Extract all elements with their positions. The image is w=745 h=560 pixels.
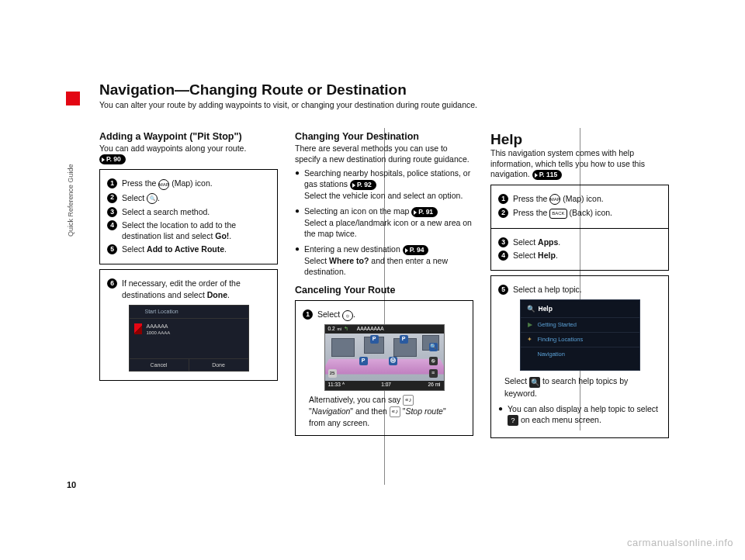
screenshot-waypoint-list: Start Location AAAAAA1000 AAAA Cancel Do… [129, 305, 249, 372]
page-reference: P. 90 [99, 154, 126, 164]
bullet-text: Searching nearby hospitals, police stati… [304, 168, 473, 201]
heading-destination: Changing Your Destination [295, 131, 473, 142]
cancel-button: Cancel [130, 359, 189, 371]
step-text: Press the MAP (Map) icon. [513, 193, 604, 205]
voice-icon: «♪ [390, 406, 400, 417]
step-number: 3 [498, 237, 508, 247]
screenshot-map: 0.2mi ↰ AAAAAAAA P P 🔍 P Ⓜ [324, 324, 445, 391]
voice-instruction: Alternatively, you can say «♪ "Navigatio… [303, 394, 466, 429]
page-content: Navigation—Changing Route or Destination… [99, 81, 674, 469]
step-text: Press the MAP (Map) icon. [122, 178, 213, 189]
flag-icon [134, 323, 142, 334]
bullet-text: Entering a new destination P. 94 Select … [304, 244, 473, 277]
step-text: Select a search method. [122, 206, 210, 217]
search-icon: 🔍 [529, 377, 540, 388]
step-number: 1 [107, 178, 117, 188]
help-box-1: 1 Press the MAP (Map) icon. 2 Press the … [490, 185, 669, 229]
heading-cancel-route: Canceling Your Route [295, 285, 473, 296]
step-number: 6 [107, 278, 117, 289]
help-icon: ? [508, 415, 518, 426]
step-number: 1 [498, 194, 508, 204]
play-icon: ▶ [527, 321, 533, 329]
column-help: Help This navigation system comes with h… [490, 131, 669, 438]
stop-icon: ⦸ [342, 310, 353, 321]
step-number: 5 [107, 244, 117, 254]
section-tab [66, 92, 80, 105]
step-text: Select Help. [513, 250, 558, 261]
step-text: Select the location to add to the destin… [122, 220, 270, 241]
column-destination: Changing Your Destination There are seve… [295, 131, 473, 438]
step-text: Select 🔍. [122, 192, 160, 204]
page-reference: P. 94 [403, 245, 429, 255]
help-box-2: 3 Select Apps. 4 Select Help. [490, 229, 669, 271]
bullet-text: Selecting an icon on the map P. 91 Selec… [304, 206, 473, 239]
page-reference: P. 115 [532, 170, 562, 180]
step-text: Select ⦸. [317, 309, 355, 320]
page-reference: P. 92 [350, 180, 376, 190]
step-text: Select a help topic. [513, 284, 582, 295]
cancel-route-box: 1 Select ⦸. 0.2mi ↰ AAAAAAAA [295, 300, 473, 436]
heading-help: Help [490, 131, 669, 148]
intro-help: This navigation system comes with help i… [490, 148, 669, 180]
step-number: 1 [303, 309, 313, 320]
step-number: 2 [498, 208, 508, 218]
page-number: 10 [67, 480, 76, 489]
step-number: 4 [107, 220, 117, 230]
side-label: Quick Reference Guide [67, 112, 81, 237]
step-number: 3 [107, 207, 117, 217]
back-icon: BACK [549, 209, 567, 219]
search-icon: 🔍 [147, 193, 158, 204]
heading-waypoint: Adding a Waypoint ("Pit Stop") [99, 131, 278, 142]
plus-icon: ✦ [527, 336, 533, 344]
step-text: Select Apps. [513, 237, 560, 247]
page-title: Navigation—Changing Route or Destination [99, 81, 674, 99]
steps-box-2: 6 If necessary, edit the order of the de… [99, 269, 278, 380]
page-subtitle: You can alter your route by adding waypo… [99, 100, 674, 109]
help-box-3: 5 Select a help topic. 🔍Help ▶Getting St… [490, 275, 669, 438]
voice-icon: «♪ [403, 395, 414, 406]
watermark: carmanualsonline.info [627, 537, 733, 548]
done-button: Done [189, 359, 248, 371]
step-number: 4 [498, 251, 508, 261]
map-icon: MAP [158, 179, 169, 190]
search-instruction: Select 🔍 to search help topics by keywor… [498, 375, 661, 398]
screenshot-help: 🔍Help ▶Getting Started ✦Finding Location… [520, 299, 640, 371]
steps-box-1: 1 Press the MAP (Map) icon. 2 Select 🔍. … [99, 169, 278, 264]
intro-waypoint: You can add waypoints along your route. … [99, 143, 278, 164]
step-number: 5 [498, 285, 508, 295]
bullet-text: You can also display a help topic to sel… [508, 403, 661, 426]
step-text: Press the BACK (Back) icon. [513, 207, 612, 219]
map-icon: MAP [549, 194, 560, 205]
column-waypoint: Adding a Waypoint ("Pit Stop") You can a… [99, 131, 278, 438]
intro-destination: There are several methods you can use to… [295, 143, 473, 164]
page-reference: P. 91 [411, 207, 438, 217]
step-number: 2 [107, 193, 117, 203]
step-text: If necessary, edit the order of the dest… [122, 278, 270, 299]
step-text: Select Add to Active Route. [122, 244, 227, 254]
search-icon: 🔍 [527, 305, 535, 313]
